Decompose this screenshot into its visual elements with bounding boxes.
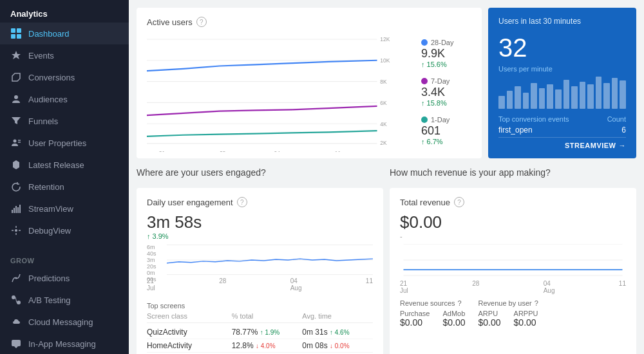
active-users-legend: 28-Day 9.9K ↑ 15.6% 7-Day 3.4K ↑ 15.8% [413,32,471,152]
table-row: HomeActivity 12.8% ↓ 4.0% 0m 08s ↓ 0.0% [147,339,373,353]
sidebar-item-audiences[interactable]: Audiences [0,88,129,110]
arpu-metric: ARPU $0.00 [478,310,501,328]
users-30min-title: Users in last 30 minutes [498,17,626,26]
svg-rect-3 [17,34,21,39]
mini-bar-item [620,80,626,109]
legend-7day: 7-Day 3.4K ↑ 15.8% [421,77,471,107]
svg-text:2K: 2K [380,139,387,146]
analytics-nav: DashboardEventsConversionsAudiencesFunne… [0,23,129,241]
screen-pct: 12.8% ↓ 4.0% [232,341,303,350]
revenue-by-user-section: Revenue by user ? ARPU $0.00 ARPPU $0.00 [478,299,538,328]
svg-text:11: 11 [335,150,341,152]
svg-text:10K: 10K [380,57,390,64]
mini-bar-item [596,77,602,109]
revenue-title: Total revenue ? [400,197,626,207]
sidebar-label-conversions: Conversions [28,73,75,82]
revenue-by-user-values: ARPU $0.00 ARPPU $0.00 [478,310,538,328]
users-30min-count: 32 [498,33,626,62]
sidebar-item-cloud-messaging[interactable]: Cloud Messaging [0,311,129,333]
svg-text:4K: 4K [380,120,387,127]
grow-section-title: Grow [0,249,129,267]
sidebar-label-inapp-messaging: In-App Messaging [28,339,96,349]
legend-change-7day: ↑ 15.8% [421,99,471,107]
mini-bar-item [571,86,578,109]
active-users-svg-area: 12K 10K 8K 6K 4K 2K 0 21 Jul 28 04 Aug 1… [147,32,413,152]
purchase-source: Purchase $0.00 [400,310,430,328]
sidebar-item-funnels[interactable]: Funnels [0,110,129,132]
mini-bar-chart [498,77,626,109]
svg-text:12K: 12K [380,36,390,43]
revenue-sources-values: Purchase $0.00 AdMob $0.00 [400,310,466,328]
svg-point-7 [14,140,17,143]
sidebar-item-predictions[interactable]: Predictions [0,267,129,289]
svg-text:04: 04 [274,150,280,152]
sidebar-icon-inapp-messaging [10,338,22,349]
engagement-title: Daily user engagement ? [147,197,373,207]
svg-rect-12 [15,206,17,213]
engaged-section-title: Where are your users engaged? [137,167,383,178]
sidebar-item-streamview[interactable]: StreamView [0,198,129,219]
revenue-by-user-help-icon[interactable]: ? [535,299,538,307]
mini-bar-item [612,78,618,109]
svg-marker-5 [12,73,20,81]
revenue-x-labels: 21Jul 28 04Aug 11 [400,280,626,294]
svg-text:21: 21 [159,150,165,152]
mini-bar-item [587,84,594,109]
sidebar-label-audiences: Audiences [28,95,68,104]
top-row: Active users ? 12K 10K [137,8,636,158]
mini-bar-item [531,83,537,109]
revenue-help-icon[interactable]: ? [454,197,464,207]
svg-point-20 [15,277,17,279]
active-users-help-icon[interactable]: ? [196,17,207,27]
screens-table-header: Screen class % total Avg. time [147,312,373,323]
svg-text:6K: 6K [380,99,387,106]
sidebar-item-debugview[interactable]: DebugView [0,219,129,241]
legend-28day: 28-Day 9.9K ↑ 15.6% [421,39,471,68]
sidebar-item-inapp-messaging[interactable]: In-App Messaging [0,333,129,354]
sidebar-icon-ab-testing [10,294,22,306]
screen-name: HomeActivity [147,341,232,350]
sidebar-icon-debugview [10,225,22,236]
sidebar-item-retention[interactable]: Retention [0,176,129,198]
engagement-card: Daily user engagement ? 3m 58s ↑ 3.9% 6m… [137,188,383,354]
svg-marker-4 [12,51,21,59]
revenue-breakdown: Revenue sources ? Purchase $0.00 AdMob $… [400,299,626,328]
engagement-help-icon[interactable]: ? [237,197,247,207]
svg-rect-24 [12,340,21,346]
sidebar-icon-conversions [10,71,22,83]
table-row: QuizActivity 78.77% ↑ 1.9% 0m 31s ↑ 4.6% [147,326,373,339]
sidebar-item-events[interactable]: Events [0,44,129,66]
legend-dot-28day [421,39,428,46]
sidebar-label-debugview: DebugView [28,226,71,236]
engagement-y-labels: 6m 40s 3m 20s 0m 00s [147,244,167,276]
sidebar-item-conversions[interactable]: Conversions [0,66,129,88]
mini-bar-item [555,89,562,109]
sidebar-item-latest-release[interactable]: Latest Release [0,154,129,176]
sidebar-label-dashboard: Dashboard [28,29,70,39]
sidebar-item-user-properties[interactable]: User Properties [0,132,129,154]
sidebar-icon-funnels [10,115,22,127]
sidebar-item-dashboard[interactable]: Dashboard [0,23,129,44]
active-users-title: Active users ? [147,17,471,27]
sidebar-icon-latest-release [10,159,22,171]
svg-rect-1 [17,28,21,33]
revenue-by-user-label: Revenue by user ? [478,299,538,307]
svg-point-22 [17,301,21,304]
sidebar-label-latest-release: Latest Release [28,160,84,170]
svg-text:8K: 8K [380,78,387,85]
svg-line-23 [15,297,17,303]
revenue-sources-label: Revenue sources ? [400,299,466,307]
sidebar-item-ab-testing[interactable]: A/B Testing [0,289,129,311]
sidebar-icon-events [10,50,22,61]
mini-bar-item [507,91,513,109]
mini-bar-item [547,84,553,109]
streamview-button[interactable]: STREAMVIEW → [498,137,626,149]
bottom-row: Daily user engagement ? 3m 58s ↑ 3.9% 6m… [137,188,636,354]
analytics-section-title: Analytics [0,0,129,23]
svg-point-6 [14,95,18,99]
users-per-minute-label: Users per minute [498,65,626,73]
active-users-card: Active users ? 12K 10K [137,8,482,158]
legend-change-1day: ↑ 6.7% [421,138,471,145]
revenue-sources-help-icon[interactable]: ? [458,299,462,307]
sidebar-icon-predictions [10,272,22,284]
